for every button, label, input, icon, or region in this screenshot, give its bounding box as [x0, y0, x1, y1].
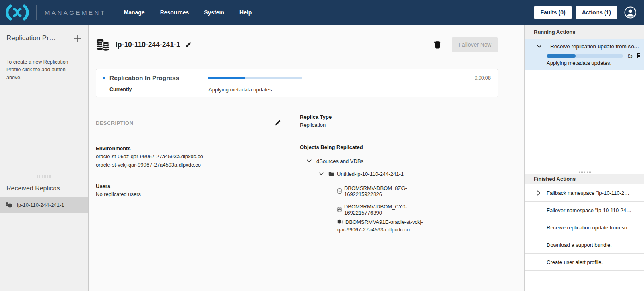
- objects-being-replicated-label: Objects Being Replicated: [300, 144, 429, 150]
- status-bullet-icon: [103, 77, 105, 79]
- finished-action-label: Failback namespace "ip-10-110-2…: [547, 190, 630, 196]
- tree-node-label: Untitled-ip-10-110-244-241-1: [337, 171, 404, 177]
- folder-icon: [328, 171, 334, 176]
- edit-pencil-icon: [275, 120, 281, 126]
- tree-node-label: DBOMSRMV-DBOM_CY0-1692215776390: [344, 204, 429, 216]
- nav-item-resources[interactable]: Resources: [160, 9, 189, 16]
- add-profile-hint: To create a new Replication Profile clic…: [0, 52, 88, 88]
- finished-actions-header: Finished Actions: [525, 174, 644, 184]
- edit-title-button[interactable]: [185, 41, 192, 48]
- tree-node-db[interactable]: DBOMSRMV-DBOM_8ZG-1692215922826: [300, 185, 429, 197]
- trash-icon: [434, 41, 441, 49]
- tree-node-db[interactable]: DBOMSRMV-DBOM_CY0-1692215776390: [300, 204, 429, 216]
- replication-progress-card: Replication In Progress 0:00:08 Currentl…: [96, 69, 498, 97]
- database-icon: [337, 206, 342, 213]
- environment-value: oracle-st-06az-qar-99067-27a4593a.dlpxdc…: [96, 153, 281, 161]
- chevron-down-icon[interactable]: [307, 159, 312, 163]
- nav-item-help[interactable]: Help: [239, 9, 252, 16]
- resize-dots-icon: [577, 171, 592, 173]
- replication-profiles-title: Replication Pr…: [6, 34, 56, 42]
- finished-action-label: Receive replication update from so…: [547, 225, 632, 231]
- database-stack-icon: [96, 39, 110, 51]
- finished-action-item[interactable]: Failover namespace "ip-10-110-24…: [525, 202, 644, 219]
- objects-tree: dSources and VDBs Untitled-ip-10-110-244…: [300, 158, 429, 234]
- environment-value: oracle-st-vckj-qar-99067-27a4593a.dlpxdc…: [96, 161, 281, 169]
- dsource-icon: [337, 219, 343, 225]
- running-action-progress-bar: [547, 54, 623, 58]
- replica-icon: [6, 202, 12, 208]
- nav-divider: [36, 5, 37, 20]
- nav-menu: Manage Resources System Help: [124, 9, 252, 16]
- finished-action-item[interactable]: Receive replication update from so…: [525, 219, 644, 236]
- replication-progress-bar: [208, 77, 302, 79]
- description-section: DESCRIPTION Environments oracle-st-06az-…: [96, 120, 281, 234]
- replica-type-label: Replica Type: [300, 114, 429, 120]
- received-replicas-title: Received Replicas: [0, 179, 88, 197]
- finished-action-label: Download a support bundle.: [547, 242, 612, 248]
- delphix-logo-icon: [5, 4, 30, 21]
- edit-pencil-icon: [185, 41, 192, 48]
- failover-now-button[interactable]: Failover Now: [452, 37, 498, 52]
- sidebar-item-replica-label: ip-10-110-244-241-1: [17, 202, 64, 208]
- top-nav: MANAGEMENT Manage Resources System Help …: [0, 0, 644, 25]
- stop-icon: [638, 55, 640, 57]
- brand-label: MANAGEMENT: [45, 9, 106, 16]
- tree-node-label: dSources and VDBs: [316, 158, 363, 164]
- replication-status-text: Replication In Progress: [109, 74, 179, 82]
- actions-panel: Running Actions Receive replication upda…: [524, 25, 644, 291]
- tree-node-group[interactable]: Untitled-ip-10-110-244-241-1: [300, 171, 429, 177]
- finished-action-label: Failover namespace "ip-10-110-24…: [547, 207, 632, 213]
- actions-button[interactable]: Actions (1): [576, 6, 617, 19]
- nav-item-system[interactable]: System: [204, 9, 224, 16]
- tree-node-label: DBOMSRMV-DBOM_8ZG-1692215922826: [344, 185, 429, 197]
- replication-progress-fill: [208, 77, 245, 79]
- running-actions-header: Running Actions: [525, 25, 644, 39]
- sidebar-resize-handle[interactable]: [0, 174, 88, 179]
- running-action-elapsed: 8s: [628, 54, 633, 58]
- delete-replica-button[interactable]: [434, 41, 441, 49]
- main-content: ip-10-110-244-241-1 Failover Now Replica…: [89, 25, 524, 291]
- faults-button[interactable]: Faults (0): [534, 6, 571, 19]
- add-profile-button[interactable]: [73, 34, 82, 43]
- page-title: ip-10-110-244-241-1: [116, 41, 180, 49]
- finished-actions-list: Failback namespace "ip-10-110-2… Failove…: [525, 184, 644, 271]
- replication-sidebar: Replication Pr… To create a new Replicat…: [0, 25, 89, 291]
- tree-node-dsource[interactable]: DBOMSRMVA91E-oracle-st-vckj-qar-99067-27…: [300, 218, 425, 234]
- edit-description-button[interactable]: [275, 120, 281, 126]
- user-avatar-icon[interactable]: [624, 6, 637, 19]
- plus-icon: [73, 34, 82, 43]
- running-action-status: Applying metadata updates.: [525, 60, 639, 66]
- finished-action-item[interactable]: Failback namespace "ip-10-110-2…: [525, 184, 644, 202]
- resize-dots-icon: [37, 175, 52, 178]
- running-action-item[interactable]: Receive replication update from so… 8s A…: [525, 39, 644, 70]
- nav-item-manage[interactable]: Manage: [124, 9, 145, 16]
- sidebar-item-replica[interactable]: ip-10-110-244-241-1: [0, 197, 88, 213]
- collapse-action-button[interactable]: [537, 45, 542, 48]
- chevron-down-icon: [537, 45, 542, 48]
- chevron-down-icon[interactable]: [319, 172, 324, 175]
- tree-node-dsources-vdbs[interactable]: dSources and VDBs: [300, 158, 429, 164]
- stop-action-button[interactable]: [637, 53, 640, 58]
- database-icon: [337, 188, 342, 194]
- running-action-progress-fill: [547, 54, 576, 58]
- environments-label: Environments: [96, 145, 281, 151]
- finished-action-label: Create user alert profile.: [547, 259, 603, 265]
- currently-label: Currently: [103, 87, 208, 93]
- chevron-right-icon: [537, 190, 541, 196]
- description-label: DESCRIPTION: [96, 120, 133, 126]
- replica-type-value: Replication: [300, 121, 429, 130]
- finished-action-item[interactable]: Create user alert profile.: [525, 254, 644, 271]
- actions-panel-resize-handle[interactable]: [525, 169, 644, 174]
- expand-action-button[interactable]: [537, 190, 547, 196]
- running-action-title: Receive replication update from so…: [550, 43, 639, 50]
- tree-node-label: DBOMSRMVA91E-oracle-st-vckj-qar-99067-27…: [337, 219, 423, 233]
- users-value: No replicated users: [96, 190, 281, 199]
- elapsed-time: 0:00:08: [454, 74, 491, 82]
- finished-action-item[interactable]: Download a support bundle.: [525, 236, 644, 254]
- users-label: Users: [96, 183, 281, 189]
- currently-value: Applying metadata updates.: [208, 87, 454, 93]
- objects-section: Replica Type Replication Objects Being R…: [300, 114, 429, 234]
- replication-profiles-header: Replication Pr…: [0, 25, 88, 52]
